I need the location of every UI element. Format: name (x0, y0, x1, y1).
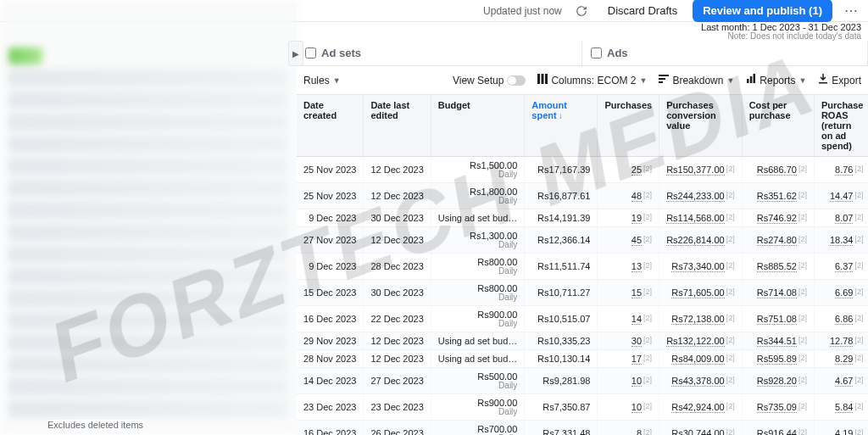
cell-amount-spent: Rs12,366.14 (525, 227, 598, 254)
attribution-flag: [2] (643, 354, 652, 362)
reports-dropdown[interactable]: Reports▼ (746, 74, 806, 86)
attribution-flag: [2] (798, 287, 807, 296)
cell-roas: 8.07[2] (814, 209, 868, 227)
cell-date-edited: 23 Dec 2023 (364, 394, 431, 421)
attribution-flag: [2] (643, 165, 652, 173)
attribution-flag: [2] (854, 402, 863, 410)
cell-purchases: 19[2] (598, 209, 659, 227)
col-date-last-edited[interactable]: Date last edited (364, 95, 431, 157)
discard-drafts-button[interactable]: Discard Drafts (601, 1, 684, 20)
tab-ads-label: Ads (607, 47, 628, 59)
cell-budget: Rs800.00Daily (431, 254, 525, 280)
columns-label: Columns: ECOM 2 (551, 75, 636, 86)
cell-pcv: Rs150,377.00[2] (659, 157, 743, 183)
table-row[interactable]: 16 Dec 202322 Dec 2023Rs900.00DailyRs10,… (297, 306, 868, 332)
breakdown-icon (659, 74, 669, 86)
cell-roas: 6.37[2] (814, 254, 868, 280)
attribution-flag: [2] (798, 213, 807, 221)
sort-desc-icon: ↓ (559, 111, 563, 120)
cell-amount-spent: Rs10,335.23 (525, 332, 598, 350)
col-purchases-conv-value[interactable]: Purchases conversion value (659, 95, 743, 157)
table-row[interactable]: 16 Dec 202326 Dec 2023Rs700.00DailyRs7,3… (297, 421, 868, 436)
cell-roas: 5.84[2] (814, 394, 868, 421)
attribution-flag: [2] (854, 213, 863, 221)
table-row[interactable]: 25 Nov 202312 Dec 2023Rs1,800.00DailyRs1… (297, 183, 868, 209)
cell-pcv: Rs73,340.00[2] (659, 254, 743, 280)
budget-frequency: Daily (438, 197, 518, 205)
cell-pcv: Rs244,233.00[2] (659, 183, 743, 209)
tab-ad-sets[interactable]: Ad sets (297, 41, 582, 65)
date-range-picker[interactable]: Last month: 1 Dec 2023 - 31 Dec 2023 Not… (701, 22, 861, 41)
breakdown-dropdown[interactable]: Breakdown▼ (659, 74, 734, 86)
date-range-note: Note: Does not include today's data (701, 32, 861, 41)
cell-roas: 4.67[2] (814, 368, 868, 394)
table-header-row: Date created Date last edited Budget Amo… (297, 95, 868, 157)
export-button[interactable]: Export (818, 74, 861, 86)
cell-cpp: Rs714.08[2] (742, 280, 814, 306)
table-row[interactable]: 27 Nov 202312 Dec 2023Rs1,300.00DailyRs1… (297, 227, 868, 254)
cell-date-created: 14 Dec 2023 (297, 368, 364, 394)
col-purchases[interactable]: Purchases (598, 95, 659, 157)
tab-ad-sets-checkbox[interactable] (305, 47, 316, 59)
tab-ads-checkbox[interactable] (591, 47, 602, 59)
cell-budget: Using ad set bud… (431, 350, 525, 368)
refresh-icon[interactable] (570, 0, 593, 22)
cell-date-edited: 28 Dec 2023 (364, 254, 431, 280)
attribution-flag: [2] (854, 428, 863, 435)
col-date-created[interactable]: Date created (297, 95, 364, 157)
budget-frequency: Daily (438, 241, 518, 249)
attribution-flag: [2] (854, 235, 863, 243)
review-publish-button[interactable]: Review and publish (1) (693, 0, 832, 22)
view-setup-toggle[interactable]: View Setup (453, 75, 526, 86)
cell-date-edited: 30 Dec 2023 (364, 209, 431, 227)
col-amount-spent[interactable]: Amount spent↓ (525, 95, 598, 157)
cell-amount-spent: Rs9,281.98 (525, 368, 598, 394)
cell-date-edited: 12 Dec 2023 (364, 183, 431, 209)
data-table-scroll[interactable]: Date created Date last edited Budget Amo… (297, 95, 868, 435)
svg-rect-0 (537, 74, 540, 84)
table-row[interactable]: 9 Dec 202330 Dec 2023Using ad set bud…Rs… (297, 209, 868, 227)
collapse-handle-icon[interactable]: ▶ (288, 41, 303, 66)
export-label: Export (832, 75, 861, 86)
budget-using-adset: Using ad set bud… (438, 213, 518, 223)
table-row[interactable]: 14 Dec 202327 Dec 2023Rs500.00DailyRs9,2… (297, 368, 868, 394)
reports-label: Reports (760, 75, 795, 86)
table-toolbar: Rules▼ View Setup Columns: ECOM 2▼ Break… (297, 66, 868, 95)
col-cost-per-purchase[interactable]: Cost per purchase (742, 95, 814, 157)
table-row[interactable]: 15 Dec 202330 Dec 2023Rs800.00DailyRs10,… (297, 280, 868, 306)
col-budget[interactable]: Budget (431, 95, 525, 157)
budget-frequency: Daily (438, 408, 518, 416)
cell-date-created: 9 Dec 2023 (297, 254, 364, 280)
tab-ads[interactable]: Ads (582, 41, 868, 65)
columns-dropdown[interactable]: Columns: ECOM 2▼ (537, 74, 647, 86)
cell-date-created: 27 Nov 2023 (297, 227, 364, 254)
table-row[interactable]: 29 Nov 202312 Dec 2023Using ad set bud…R… (297, 332, 868, 350)
cell-purchases: 15[2] (598, 280, 659, 306)
cell-amount-spent: Rs10,711.27 (525, 280, 598, 306)
svg-rect-6 (747, 79, 749, 83)
cell-date-edited: 27 Dec 2023 (364, 368, 431, 394)
attribution-flag: [2] (643, 235, 652, 243)
attribution-flag: [2] (643, 191, 652, 199)
cell-budget: Rs900.00Daily (431, 394, 525, 421)
cell-cpp: Rs916.44[2] (742, 421, 814, 436)
attribution-flag: [2] (643, 428, 652, 435)
cell-date-edited: 30 Dec 2023 (364, 280, 431, 306)
caret-down-icon: ▼ (726, 76, 734, 85)
attribution-flag: [2] (726, 165, 735, 173)
table-row[interactable]: 28 Nov 202312 Dec 2023Using ad set bud…R… (297, 350, 868, 368)
table-row[interactable]: 23 Dec 202323 Dec 2023Rs900.00DailyRs7,3… (297, 394, 868, 421)
table-row[interactable]: 25 Nov 202312 Dec 2023Rs1,500.00DailyRs1… (297, 157, 868, 183)
attribution-flag: [2] (643, 213, 652, 221)
attribution-flag: [2] (854, 261, 863, 270)
cell-budget: Rs1,800.00Daily (431, 183, 525, 209)
attribution-flag: [2] (798, 314, 807, 322)
col-roas[interactable]: Purchase ROAS (return on ad spend) (814, 95, 868, 157)
table-row[interactable]: 9 Dec 202328 Dec 2023Rs800.00DailyRs11,5… (297, 254, 868, 280)
cell-amount-spent: Rs10,515.07 (525, 306, 598, 332)
attribution-flag: [2] (798, 235, 807, 243)
svg-rect-1 (542, 74, 544, 84)
rules-dropdown[interactable]: Rules▼ (303, 75, 341, 86)
cell-amount-spent: Rs16,877.61 (525, 183, 598, 209)
more-menu-icon[interactable]: ⋯ (841, 3, 861, 19)
